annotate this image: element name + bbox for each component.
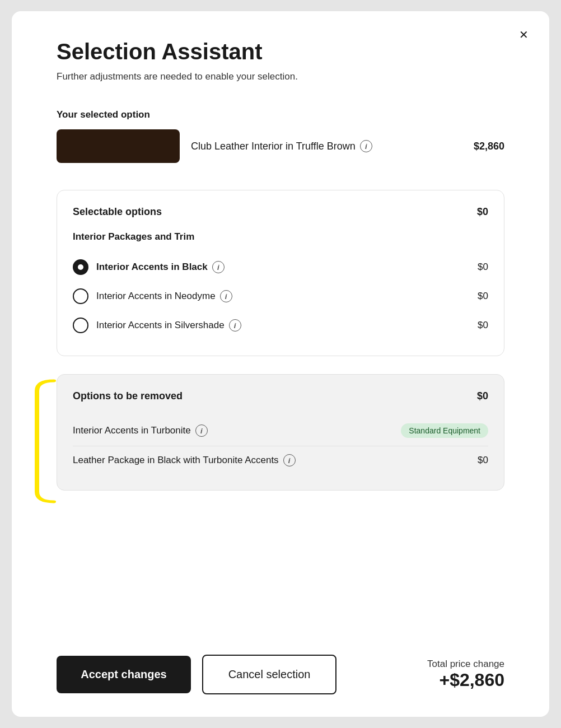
selectable-options-price: $0 [477,206,488,218]
removal-leather-label: Leather Package in Black with Turbonite … [73,454,472,466]
removal-leather-info-icon[interactable]: i [283,454,296,466]
modal-title: Selection Assistant [57,39,504,64]
price-change-label: Total price change [427,659,504,670]
price-summary: Total price change +$2,860 [427,659,504,690]
removal-item-turbonite: Interior Accents in Turbonite i Standard… [73,416,488,446]
close-button[interactable]: ✕ [513,25,534,45]
options-to-remove-card: Options to be removed $0 Interior Accent… [57,374,504,491]
removal-header: Options to be removed $0 [73,390,488,402]
radio-option-black[interactable]: Interior Accents in Black i $0 [73,253,488,282]
radio-silvershade[interactable] [73,318,88,333]
radio-option-neodyme[interactable]: Interior Accents in Neodyme i $0 [73,282,488,311]
selected-option-price: $2,860 [474,141,504,152]
selection-assistant-modal: ✕ Selection Assistant Further adjustment… [12,11,549,717]
selectable-options-header: Selectable options $0 [73,206,488,218]
accept-changes-button[interactable]: Accept changes [57,656,191,693]
radio-black-label: Interior Accents in Black i [96,261,470,273]
price-total: +$2,860 [427,670,504,690]
selected-option-info-icon[interactable]: i [360,140,372,152]
radio-option-silvershade[interactable]: Interior Accents in Silvershade i $0 [73,311,488,340]
selectable-options-card: Selectable options $0 Interior Packages … [57,190,504,356]
selected-option-section: Your selected option Club Leather Interi… [57,109,504,190]
removal-turbonite-label: Interior Accents in Turbonite i [73,424,395,437]
radio-black[interactable] [73,259,88,275]
selected-option-label: Your selected option [57,109,504,120]
selectable-options-title: Selectable options [73,206,162,218]
radio-silvershade-price: $0 [478,320,488,331]
standard-equipment-badge: Standard Equipment [401,423,488,438]
removal-container: Options to be removed $0 Interior Accent… [57,374,504,508]
radio-black-info-icon[interactable]: i [212,261,225,273]
radio-black-price: $0 [478,262,488,273]
radio-neodyme-label: Interior Accents in Neodyme i [96,290,470,302]
removal-leather-price: $0 [478,455,488,466]
selected-option-row: Club Leather Interior in Truffle Brown i… [57,129,504,163]
removal-title: Options to be removed [73,390,183,402]
radio-neodyme-info-icon[interactable]: i [220,290,232,302]
radio-neodyme[interactable] [73,288,88,304]
cancel-selection-button[interactable]: Cancel selection [202,655,336,694]
removal-item-leather: Leather Package in Black with Turbonite … [73,446,488,474]
color-swatch [57,129,180,163]
radio-neodyme-price: $0 [478,291,488,302]
footer: Accept changes Cancel selection Total pr… [57,637,504,694]
radio-silvershade-label: Interior Accents in Silvershade i [96,319,470,332]
removal-turbonite-info-icon[interactable]: i [195,424,208,437]
modal-subtitle: Further adjustments are needed to enable… [57,71,504,82]
selected-option-name: Club Leather Interior in Truffle Brown i [191,140,462,152]
radio-silvershade-info-icon[interactable]: i [229,319,241,332]
subsection-title: Interior Packages and Trim [73,231,488,242]
removal-price: $0 [477,390,488,402]
yellow-bracket-icon [26,374,59,508]
